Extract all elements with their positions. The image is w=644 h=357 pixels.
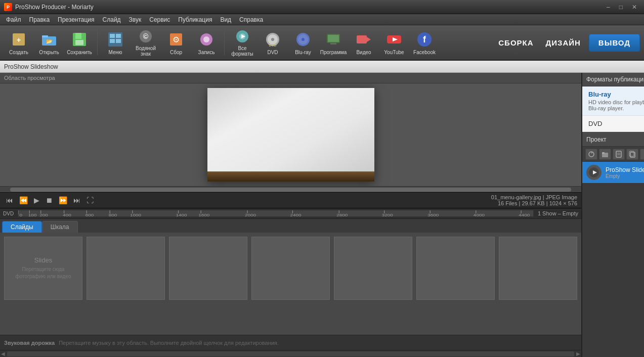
create-button[interactable]: + Создать bbox=[4, 27, 33, 58]
svg-text:1400: 1400 bbox=[176, 213, 187, 217]
preview-area bbox=[0, 83, 581, 186]
tab-timeline[interactable]: Шкала bbox=[42, 221, 78, 233]
svg-rect-72 bbox=[602, 152, 605, 154]
svg-rect-12 bbox=[116, 39, 121, 43]
vyvod-button[interactable]: ВЫВОД bbox=[589, 34, 640, 52]
proj-page-button[interactable] bbox=[613, 149, 625, 160]
watermark-button[interactable]: © Водяной знак bbox=[131, 27, 160, 58]
title-text: ProShow Producer - Moriarty bbox=[15, 4, 94, 11]
svg-point-28 bbox=[302, 38, 305, 41]
svg-text:+: + bbox=[17, 36, 21, 44]
fullscreen-button[interactable]: ⛶ bbox=[84, 195, 96, 205]
tab-slides[interactable]: Слайды bbox=[2, 221, 42, 233]
format-dvd[interactable]: DVD bbox=[582, 116, 644, 132]
menu-edit[interactable]: Правка bbox=[25, 15, 54, 24]
svg-rect-6 bbox=[75, 33, 81, 39]
preview-scrollbar[interactable] bbox=[0, 186, 581, 192]
bluray-button[interactable]: Blu-ray bbox=[288, 27, 318, 58]
menu-toolbar-button[interactable]: Меню bbox=[101, 27, 130, 58]
rewind-button[interactable]: ⏪ bbox=[17, 195, 30, 205]
preview-scrollbar-thumb[interactable] bbox=[10, 188, 571, 192]
video-button[interactable]: Видео bbox=[349, 27, 378, 58]
project-name: ProShow Slideshow bbox=[606, 166, 644, 173]
collect-button[interactable]: ⚙ Сбор bbox=[161, 27, 191, 58]
project-header: Проект bbox=[582, 132, 644, 147]
playback-controls: ⏮ ⏪ ▶ ⏹ ⏩ ⏭ ⛶ 01_menu-gallery.jpg | JPEG… bbox=[0, 192, 581, 208]
menu-sound[interactable]: Звук bbox=[125, 15, 146, 24]
format-bluray-desc: HD video disc for playback on TVs with a… bbox=[588, 99, 644, 111]
stop-button[interactable]: ⏹ bbox=[44, 195, 55, 205]
svg-text:2400: 2400 bbox=[290, 213, 302, 217]
first-slide-cell[interactable]: Slides Перетащите сюдафотографию или вид… bbox=[4, 237, 82, 300]
list-item[interactable] bbox=[334, 237, 412, 300]
open-label: Открыть bbox=[39, 50, 59, 55]
svg-text:800: 800 bbox=[109, 213, 117, 217]
play-button[interactable]: ▶ bbox=[32, 195, 41, 205]
list-item[interactable] bbox=[87, 237, 165, 300]
bottom-scrollbar[interactable]: ◀ ▶ bbox=[0, 350, 581, 357]
allformats-button[interactable]: Все форматы bbox=[228, 27, 257, 58]
svg-text:100: 100 bbox=[28, 213, 37, 217]
proj-reload-button[interactable] bbox=[585, 149, 597, 160]
menu-toolbar-label: Меню bbox=[108, 50, 122, 55]
program-label: Программа bbox=[320, 50, 347, 55]
menu-presentation[interactable]: Презентация bbox=[54, 15, 99, 24]
preview-label: Область просмотра bbox=[0, 73, 581, 83]
forward-button[interactable]: ⏩ bbox=[57, 195, 69, 205]
slides-hint: Перетащите сюдафотографию или видео bbox=[15, 266, 71, 280]
title-bar: P ProShow Producer - Moriarty – □ ✕ bbox=[0, 0, 644, 14]
menu-help[interactable]: Справка bbox=[235, 15, 267, 24]
project-info: ProShow Slideshow Empty bbox=[606, 166, 644, 179]
svg-text:4400: 4400 bbox=[519, 213, 530, 217]
open-button[interactable]: 📂 Открыть bbox=[34, 27, 64, 58]
maximize-button[interactable]: □ bbox=[616, 4, 626, 11]
svg-text:⚙: ⚙ bbox=[173, 35, 180, 44]
dizain-button[interactable]: ДИЗАЙН bbox=[542, 36, 585, 49]
menu-view[interactable]: Вид bbox=[216, 15, 235, 24]
facebook-button[interactable]: f Facebook bbox=[410, 27, 439, 58]
list-item[interactable] bbox=[169, 237, 247, 300]
svg-rect-11 bbox=[110, 39, 115, 43]
project-title-text: ProShow Slideshow bbox=[4, 63, 58, 70]
svg-rect-30 bbox=[328, 35, 339, 42]
minimize-button[interactable]: – bbox=[604, 4, 613, 11]
list-item[interactable] bbox=[499, 237, 577, 300]
rewind-start-button[interactable]: ⏮ bbox=[4, 195, 15, 205]
youtube-button[interactable]: YouTube bbox=[379, 27, 409, 58]
proj-copy-button[interactable] bbox=[626, 149, 638, 160]
watermark-label: Водяной знак bbox=[133, 46, 158, 57]
timeline-ruler: 0 100 200 400 600 800 1000 1400 bbox=[18, 210, 534, 217]
menu-service[interactable]: Сервис bbox=[145, 15, 174, 24]
menu-slide[interactable]: Слайд bbox=[99, 15, 125, 24]
tabs-bar: Слайды Шкала bbox=[0, 218, 581, 233]
record-button[interactable]: Запись bbox=[192, 27, 221, 58]
app-icon: P bbox=[4, 3, 12, 11]
svg-text:©: © bbox=[143, 32, 149, 40]
list-item[interactable] bbox=[251, 237, 330, 300]
menu-file[interactable]: Файл bbox=[2, 15, 25, 24]
close-button[interactable]: ✕ bbox=[629, 4, 640, 11]
record-label: Запись bbox=[198, 50, 215, 55]
sborka-button[interactable]: СБОРКА bbox=[494, 36, 537, 49]
bottom-scroll-thumb[interactable] bbox=[7, 351, 574, 356]
program-button[interactable]: Программа bbox=[319, 27, 348, 58]
video-label: Видео bbox=[356, 50, 371, 55]
project-title-bar: ProShow Slideshow bbox=[0, 61, 644, 73]
svg-rect-10 bbox=[116, 34, 121, 38]
dvd-button[interactable]: DVD DVD bbox=[258, 27, 287, 58]
proj-folder-button[interactable] bbox=[599, 149, 611, 160]
format-bluray[interactable]: Blu-ray HD video disc for playback on TV… bbox=[582, 86, 644, 116]
list-item[interactable] bbox=[416, 237, 495, 300]
svg-text:2000: 2000 bbox=[245, 213, 256, 217]
proj-add-button[interactable]: + bbox=[640, 149, 644, 160]
menu-publish[interactable]: Публикация bbox=[174, 15, 216, 24]
format-dvd-name: DVD bbox=[588, 120, 644, 127]
save-button[interactable]: Сохранить bbox=[65, 27, 94, 58]
project-status: Empty bbox=[606, 173, 644, 179]
project-item[interactable]: ProShow Slideshow Empty 1 bbox=[582, 162, 644, 184]
audio-label: Звуковая дорожка bbox=[4, 340, 55, 346]
dvd-timeline-label: DVD bbox=[3, 211, 14, 216]
forward-end-button[interactable]: ⏭ bbox=[71, 195, 82, 205]
svg-text:1600: 1600 bbox=[198, 213, 209, 217]
formats-header: Форматы публикации bbox=[582, 73, 644, 86]
